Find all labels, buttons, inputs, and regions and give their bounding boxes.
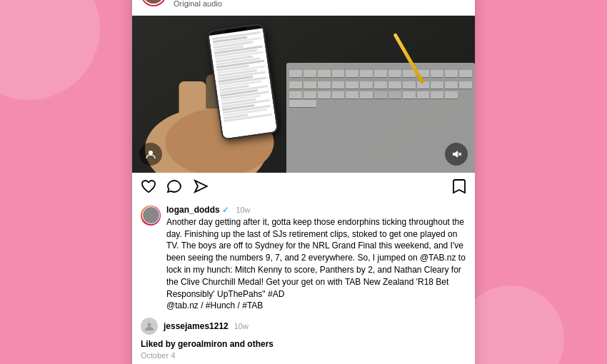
commenter-avatar bbox=[141, 318, 158, 335]
caption-area: logan_dodds ✓ 10w Another day getting af… bbox=[132, 204, 475, 315]
more-options-button[interactable]: ••• bbox=[445, 0, 466, 1]
mute-button[interactable] bbox=[445, 143, 468, 166]
caption-time: 10w bbox=[236, 206, 250, 214]
like-button[interactable] bbox=[141, 178, 156, 198]
post-date: October 4 bbox=[132, 350, 475, 364]
profile-avatar-ring bbox=[141, 0, 166, 6]
avatar-image bbox=[144, 0, 164, 4]
phone-scene bbox=[132, 16, 475, 173]
comment-row: jessejames1212 10w bbox=[132, 315, 475, 338]
comment-time: 10w bbox=[234, 322, 249, 330]
svg-point-10 bbox=[149, 212, 153, 216]
svg-point-11 bbox=[148, 323, 151, 327]
bottom-left-controls bbox=[139, 143, 162, 166]
caption-verified: ✓ bbox=[222, 205, 229, 215]
post-header: logan_dodds ✓ • Follow Paid partnership … bbox=[132, 0, 475, 16]
profile-icon-button[interactable] bbox=[139, 143, 162, 166]
caption-row: logan_dodds ✓ 10w Another day getting af… bbox=[141, 204, 466, 312]
caption-avatar bbox=[141, 206, 161, 226]
bottom-right-controls bbox=[445, 143, 468, 166]
bookmark-button[interactable] bbox=[452, 178, 466, 198]
svg-point-7 bbox=[149, 151, 153, 155]
caption-tags[interactable]: @tab.nz / #Hunch / #TAB bbox=[166, 300, 263, 310]
comment-button[interactable] bbox=[166, 178, 182, 198]
likes-text: Liked by geroalmiron and others bbox=[132, 338, 475, 350]
caption-username[interactable]: logan_dodds bbox=[166, 205, 220, 215]
original-audio: Original audio bbox=[174, 0, 445, 8]
caption-text: logan_dodds ✓ 10w Another day getting af… bbox=[166, 204, 466, 312]
commenter-username[interactable]: jessejames1212 bbox=[164, 321, 229, 331]
share-button[interactable] bbox=[192, 178, 208, 198]
action-bar bbox=[132, 173, 475, 204]
caption-body: Another day getting after it, gotta keep… bbox=[166, 217, 466, 299]
header-info: logan_dodds ✓ • Follow Paid partnership … bbox=[174, 0, 445, 8]
instagram-post: logan_dodds ✓ • Follow Paid partnership … bbox=[132, 0, 475, 364]
post-image bbox=[132, 16, 475, 173]
